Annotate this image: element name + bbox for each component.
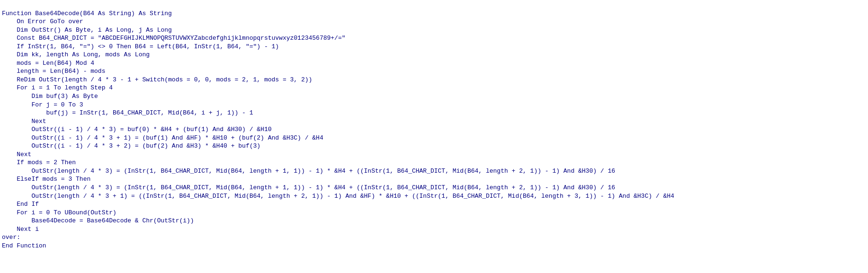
code-line: length = Len(B64) - mods [2,67,866,76]
code-line: buf(j) = InStr(1, B64_CHAR_DICT, Mid(B64… [2,109,866,117]
code-line: Function Base64Decode(B64 As String) As … [2,9,866,18]
code-line: ReDim OutStr(length / 4 * 3 - 1 + Switch… [2,76,866,84]
code-line: If InStr(1, B64, "=") <> 0 Then B64 = Le… [2,43,866,51]
code-line: Next i [2,225,866,234]
code-line: On Error GoTo over [2,18,866,26]
code-line: Base64Decode = Base64Decode & Chr(OutStr… [2,217,866,225]
code-line: OutStr(length / 4 * 3) = (InStr(1, B64_C… [2,167,866,176]
code-line: End Function [2,242,866,250]
code-line: Dim buf(3) As Byte [2,92,866,101]
code-line: For j = 0 To 3 [2,101,866,109]
code-line: Const B64_CHAR_DICT = "ABCDEFGHIJKLMNOPQ… [2,34,866,43]
code-line: Next [2,117,866,126]
code-line: For i = 0 To UBound(OutStr) [2,209,866,217]
code-line: OutStr((i - 1) / 4 * 3) = buf(0) * &H4 +… [2,125,866,134]
code-line: For i = 1 To length Step 4 [2,84,866,92]
code-line: Dim kk, length As Long, mods As Long [2,51,866,59]
code-line: OutStr((i - 1) / 4 * 3 + 1) = (buf(1) An… [2,134,866,142]
code-line: Dim OutStr() As Byte, i As Long, j As Lo… [2,26,866,35]
code-line: End If [2,200,866,209]
code-line: OutStr(length / 4 * 3) = (InStr(1, B64_C… [2,184,866,192]
code-line: If mods = 2 Then [2,159,866,167]
code-line: mods = Len(B64) Mod 4 [2,59,866,68]
code-line: over: [2,233,866,242]
code-block: Function Base64Decode(B64 As String) As … [0,0,868,251]
code-line: Next [2,150,866,159]
code-line: ElseIf mods = 3 Then [2,175,866,184]
code-line: OutStr((i - 1) / 4 * 3 + 2) = (buf(2) An… [2,142,866,150]
code-line: OutStr(length / 4 * 3 + 1) = ((InStr(1, … [2,192,866,201]
